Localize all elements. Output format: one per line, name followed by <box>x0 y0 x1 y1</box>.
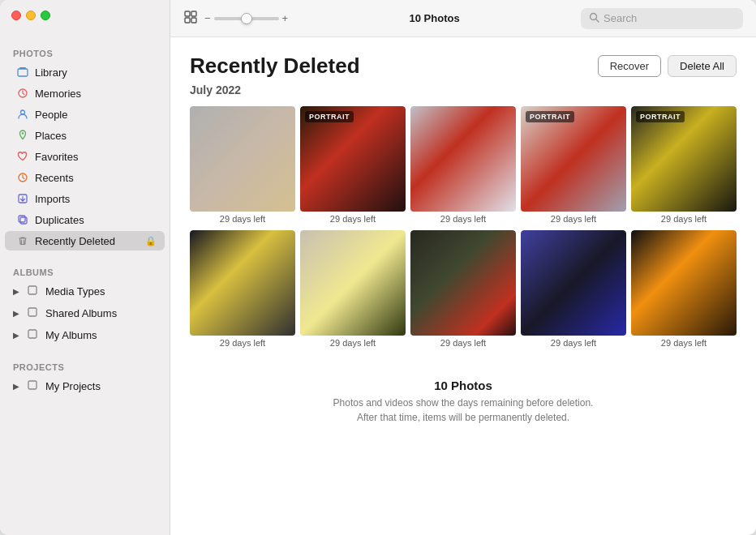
svg-rect-0 <box>18 69 28 76</box>
photo-item-9[interactable]: 29 days left <box>521 230 626 349</box>
photo-item-4[interactable]: PORTRAIT 29 days left <box>521 106 626 225</box>
photos-section-label: Photos <box>0 41 170 62</box>
search-icon <box>589 11 599 26</box>
chevron-right-icon: ▶ <box>13 287 23 296</box>
photo-item-2[interactable]: PORTRAIT 29 days left <box>300 106 406 225</box>
footer: 10 Photos Photos and videos show the day… <box>190 354 737 433</box>
sidebar-item-places-label: Places <box>35 130 157 142</box>
sidebar-item-people[interactable]: People <box>5 105 165 124</box>
photo-thumb-6 <box>190 230 295 336</box>
photo-item-7[interactable]: 29 days left <box>300 230 406 349</box>
photo-item-6[interactable]: 29 days left <box>190 230 295 349</box>
page-title: Recently Deleted <box>190 54 360 79</box>
sidebar-item-recently-deleted[interactable]: Recently Deleted 🔒 <box>5 231 165 250</box>
photo-label-2: 29 days left <box>300 214 406 225</box>
footer-line-1: Photos and videos show the days remainin… <box>333 397 594 409</box>
recover-button[interactable]: Recover <box>598 55 661 77</box>
sidebar-item-recently-deleted-label: Recently Deleted <box>35 235 140 247</box>
people-icon <box>16 108 29 121</box>
sidebar-item-imports[interactable]: Imports <box>5 189 165 208</box>
close-button[interactable] <box>11 11 21 20</box>
photo-item-3[interactable]: 29 days left <box>410 106 516 225</box>
search-box[interactable] <box>581 8 743 29</box>
slider-thumb <box>241 13 252 24</box>
favorites-icon <box>16 150 29 163</box>
photo-label-3: 29 days left <box>410 214 516 225</box>
sidebar-item-recents[interactable]: Recents <box>5 168 165 187</box>
sidebar-item-duplicates[interactable]: Duplicates <box>5 210 165 229</box>
photo-item-5[interactable]: PORTRAIT 29 days left <box>631 106 737 225</box>
sidebar-item-my-projects[interactable]: ▶ My Projects <box>5 376 165 396</box>
delete-all-button[interactable]: Delete All <box>668 55 737 77</box>
sidebar-item-people-label: People <box>35 109 157 121</box>
content-header: Recently Deleted Recover Delete All <box>190 54 737 79</box>
chevron-right-icon-4: ▶ <box>13 382 23 391</box>
sidebar-item-my-albums[interactable]: ▶ My Albums <box>5 325 165 345</box>
svg-rect-7 <box>20 217 27 224</box>
photo-label-6: 29 days left <box>190 338 295 349</box>
search-input[interactable] <box>604 12 733 24</box>
svg-rect-13 <box>185 11 190 16</box>
photo-label-9: 29 days left <box>521 338 626 349</box>
zoom-slider[interactable] <box>214 17 279 20</box>
photo-item-10[interactable]: 29 days left <box>631 230 737 349</box>
recently-deleted-icon <box>16 234 29 247</box>
window-controls <box>11 11 50 20</box>
shared-albums-icon <box>27 306 38 320</box>
photo-grid-row-1: 29 days left PORTRAIT 29 days left 29 da… <box>190 106 737 225</box>
toolbar-left: − + <box>183 10 288 28</box>
sidebar-item-imports-label: Imports <box>35 193 157 205</box>
action-buttons: Recover Delete All <box>598 55 737 77</box>
photo-thumb-1 <box>190 106 295 212</box>
places-icon <box>16 129 29 142</box>
photo-label-10: 29 days left <box>631 338 737 349</box>
month-label: July 2022 <box>190 83 737 96</box>
grid-view-icon[interactable] <box>183 10 198 28</box>
duplicates-icon <box>16 213 29 226</box>
photo-item-1[interactable]: 29 days left <box>190 106 295 225</box>
footer-description: Photos and videos show the days remainin… <box>190 396 737 425</box>
portrait-badge-2: PORTRAIT <box>305 111 354 122</box>
svg-rect-16 <box>191 18 196 23</box>
library-icon <box>16 66 29 79</box>
minimize-button[interactable] <box>26 11 36 20</box>
portrait-badge-5: PORTRAIT <box>636 111 685 122</box>
photo-label-8: 29 days left <box>410 338 516 349</box>
my-projects-icon <box>27 379 38 393</box>
projects-section-label: Projects <box>0 354 170 375</box>
sidebar-item-memories-label: Memories <box>35 88 157 100</box>
photo-thumb-5: PORTRAIT <box>631 106 737 212</box>
chevron-right-icon-2: ▶ <box>13 309 23 318</box>
portrait-badge-4: PORTRAIT <box>526 111 574 122</box>
sidebar-item-my-albums-label: My Albums <box>45 329 97 341</box>
sidebar-item-library-label: Library <box>35 66 157 79</box>
sidebar-item-places[interactable]: Places <box>5 126 165 145</box>
sidebar-item-my-projects-label: My Projects <box>45 380 101 392</box>
maximize-button[interactable] <box>41 11 50 20</box>
sidebar-item-duplicates-label: Duplicates <box>35 214 157 226</box>
sidebar-item-library[interactable]: Library <box>5 62 165 82</box>
sidebar-item-shared-albums[interactable]: ▶ Shared Albums <box>5 303 165 323</box>
footer-count: 10 Photos <box>190 379 737 392</box>
photo-thumb-2: PORTRAIT <box>300 106 406 212</box>
my-albums-icon <box>27 328 38 342</box>
photo-label-1: 29 days left <box>190 214 295 225</box>
toolbar-title: 10 Photos <box>298 12 571 24</box>
photo-thumb-8 <box>410 230 516 336</box>
main-panel: − + 10 Photos Recently Deleted <box>170 0 756 535</box>
sidebar-item-media-types[interactable]: ▶ Media Types <box>5 281 165 302</box>
sidebar-item-media-types-label: Media Types <box>45 285 105 297</box>
lock-icon: 🔒 <box>145 236 157 246</box>
sidebar-item-memories[interactable]: Memories <box>5 83 165 103</box>
recents-icon <box>16 171 29 184</box>
zoom-slider-area: − + <box>204 12 288 24</box>
svg-line-18 <box>596 19 599 22</box>
photo-label-5: 29 days left <box>631 214 737 225</box>
albums-section-label: Albums <box>0 259 170 280</box>
sidebar-item-favorites[interactable]: Favorites <box>5 147 165 166</box>
svg-rect-15 <box>185 18 190 23</box>
footer-line-2: After that time, items will be permanent… <box>357 412 569 423</box>
photo-item-8[interactable]: 29 days left <box>410 230 516 349</box>
photo-label-4: 29 days left <box>521 214 626 225</box>
photo-grid-row-2: 29 days left 29 days left 29 days left 2… <box>190 230 737 349</box>
